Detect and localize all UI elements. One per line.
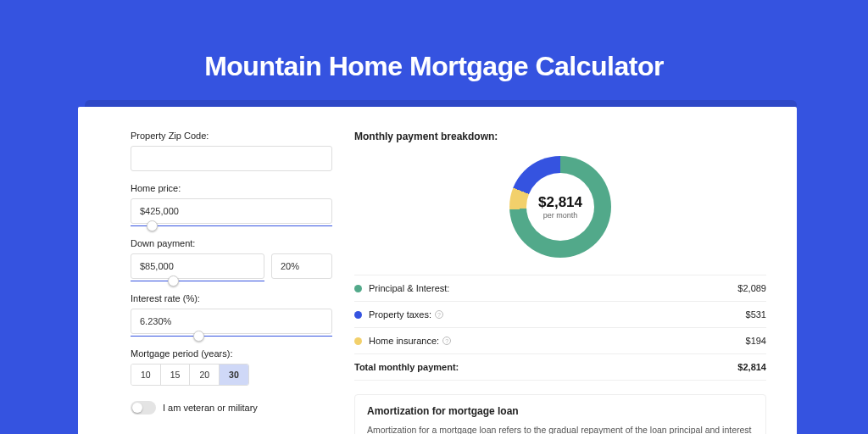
price-slider[interactable] xyxy=(131,225,332,226)
price-input[interactable] xyxy=(131,198,332,224)
donut-value: $2,814 xyxy=(538,194,582,211)
donut-chart: $2,814 per month xyxy=(509,156,611,258)
legend-value: $194 xyxy=(746,336,766,346)
period-btn-20[interactable]: 20 xyxy=(190,364,220,385)
calculator-card: Property Zip Code: Home price: Down paym… xyxy=(78,107,797,434)
period-btn-30[interactable]: 30 xyxy=(220,364,248,385)
down-amount-input[interactable] xyxy=(131,253,264,279)
veteran-toggle[interactable] xyxy=(131,401,156,415)
rate-slider[interactable] xyxy=(131,336,332,337)
rate-slider-thumb[interactable] xyxy=(193,331,204,342)
breakdown-title: Monthly payment breakdown: xyxy=(354,131,766,142)
down-slider[interactable] xyxy=(131,281,264,281)
amortization-text: Amortization for a mortgage loan refers … xyxy=(367,424,754,434)
info-icon[interactable]: ? xyxy=(435,310,443,319)
legend-label: Property taxes:? xyxy=(369,309,746,320)
legend-label: Principal & Interest: xyxy=(369,283,737,293)
legend-value: $531 xyxy=(746,309,766,320)
price-slider-thumb[interactable] xyxy=(147,220,158,231)
period-label: Mortgage period (years): xyxy=(131,348,332,359)
dot-icon xyxy=(354,285,362,292)
dot-icon xyxy=(354,337,362,345)
price-field-group: Home price: xyxy=(131,183,332,226)
dot-icon xyxy=(354,311,362,319)
zip-input[interactable] xyxy=(131,146,332,171)
period-btn-15[interactable]: 15 xyxy=(161,364,191,385)
rate-input[interactable] xyxy=(131,309,332,334)
zip-field-group: Property Zip Code: xyxy=(131,131,332,171)
zip-label: Property Zip Code: xyxy=(131,131,332,141)
veteran-row: I am veteran or military xyxy=(131,401,332,415)
period-btn-10[interactable]: 10 xyxy=(131,364,161,385)
form-column: Property Zip Code: Home price: Down paym… xyxy=(131,131,332,434)
legend-row-principal: Principal & Interest: $2,089 xyxy=(354,275,766,302)
down-slider-thumb[interactable] xyxy=(168,275,179,287)
donut-sub: per month xyxy=(543,211,578,220)
price-label: Home price: xyxy=(131,183,332,193)
legend: Principal & Interest: $2,089 Property ta… xyxy=(354,275,766,381)
amortization-title: Amortization for mortgage loan xyxy=(367,405,754,417)
donut-chart-area: $2,814 per month xyxy=(354,151,766,275)
amortization-box: Amortization for mortgage loan Amortizat… xyxy=(354,394,766,434)
breakdown-column: Monthly payment breakdown: $2,814 per mo… xyxy=(354,131,766,434)
period-button-group: 10 15 20 30 xyxy=(131,364,249,386)
page-title: Mountain Home Mortgage Calculator xyxy=(0,0,868,108)
info-icon[interactable]: ? xyxy=(442,337,451,345)
down-field-group: Down payment: xyxy=(131,238,332,281)
legend-row-taxes: Property taxes:? $531 xyxy=(354,302,766,328)
down-label: Down payment: xyxy=(131,238,332,248)
legend-row-insurance: Home insurance:? $194 xyxy=(354,328,766,354)
legend-value: $2,089 xyxy=(737,283,766,293)
period-field-group: Mortgage period (years): 10 15 20 30 xyxy=(131,348,332,386)
legend-total-value: $2,814 xyxy=(737,362,766,372)
rate-label: Interest rate (%): xyxy=(131,293,332,303)
donut-center: $2,814 per month xyxy=(509,156,611,258)
down-percent-input[interactable] xyxy=(271,253,332,279)
veteran-label: I am veteran or military xyxy=(163,403,258,413)
legend-label: Home insurance:? xyxy=(369,336,746,346)
legend-total-label: Total monthly payment: xyxy=(354,362,737,372)
rate-field-group: Interest rate (%): xyxy=(131,293,332,337)
legend-row-total: Total monthly payment: $2,814 xyxy=(354,354,766,381)
